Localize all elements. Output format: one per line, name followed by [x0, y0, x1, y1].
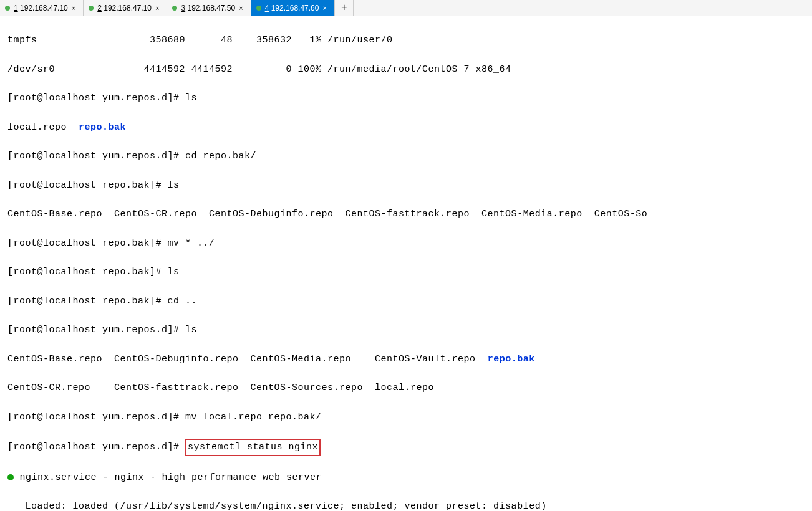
- tab-1[interactable]: 1 192.168.47.10 ×: [0, 0, 84, 16]
- tab-4[interactable]: 4 192.168.47.60 ×: [251, 0, 335, 16]
- tab-2[interactable]: 2 192.168.47.10 ×: [84, 0, 167, 16]
- terminal[interactable]: tmpfs 358680 48 358632 1% /run/user/0 /d…: [0, 16, 812, 511]
- terminal-line: CentOS-Base.repo CentOS-CR.repo CentOS-D…: [7, 207, 805, 221]
- terminal-line: [root@localhost yum.repos.d]# systemctl …: [7, 439, 805, 456]
- close-icon[interactable]: ×: [322, 4, 326, 12]
- terminal-line: [root@localhost repo.bak]# cd ..: [7, 294, 805, 308]
- terminal-line: Loaded: loaded (/usr/lib/systemd/system/…: [7, 499, 805, 511]
- terminal-line: [root@localhost yum.repos.d]# ls: [7, 323, 805, 337]
- terminal-line: [root@localhost repo.bak]# mv * ../: [7, 236, 805, 251]
- terminal-line: CentOS-CR.repo CentOS-fasttrack.repo Cen…: [7, 381, 805, 395]
- status-dot-icon: [89, 6, 94, 11]
- terminal-line: local.repo repo.bak: [7, 120, 805, 135]
- close-icon[interactable]: ×: [239, 4, 243, 12]
- tab-bar: 1 192.168.47.10 × 2 192.168.47.10 × 3 19…: [0, 0, 812, 16]
- terminal-line: /dev/sr0 4414592 4414592 0 100% /run/med…: [7, 62, 805, 77]
- status-dot-icon: [172, 6, 177, 11]
- tab-label: 2 192.168.47.10: [97, 4, 152, 12]
- highlight-box: systemctl status nginx: [185, 439, 321, 456]
- tab-label: 1 192.168.47.10: [14, 4, 68, 12]
- new-tab-button[interactable]: +: [335, 0, 354, 16]
- status-dot-icon: [5, 6, 10, 11]
- terminal-line: CentOS-Base.repo CentOS-Debuginfo.repo C…: [7, 352, 805, 366]
- close-icon[interactable]: ×: [155, 4, 159, 12]
- directory-name: repo.bak: [79, 122, 126, 133]
- terminal-line: [root@localhost yum.repos.d]# cd repo.ba…: [7, 149, 805, 163]
- tab-label: 4 192.168.47.60: [265, 4, 319, 12]
- close-icon[interactable]: ×: [72, 4, 75, 12]
- status-dot-icon: [256, 6, 261, 11]
- active-bullet-icon: [7, 474, 14, 480]
- terminal-line: tmpfs 358680 48 358632 1% /run/user/0: [7, 33, 805, 47]
- tab-3[interactable]: 3 192.168.47.50 ×: [167, 0, 251, 16]
- terminal-line: [root@localhost repo.bak]# ls: [7, 265, 805, 279]
- terminal-line: [root@localhost yum.repos.d]# mv local.r…: [7, 410, 805, 424]
- directory-name: repo.bak: [488, 354, 535, 365]
- terminal-line: [root@localhost repo.bak]# ls: [7, 178, 805, 193]
- terminal-line: nginx.service - nginx - high performance…: [7, 470, 805, 485]
- terminal-line: [root@localhost yum.repos.d]# ls: [7, 91, 805, 105]
- tab-label: 3 192.168.47.50: [181, 4, 235, 12]
